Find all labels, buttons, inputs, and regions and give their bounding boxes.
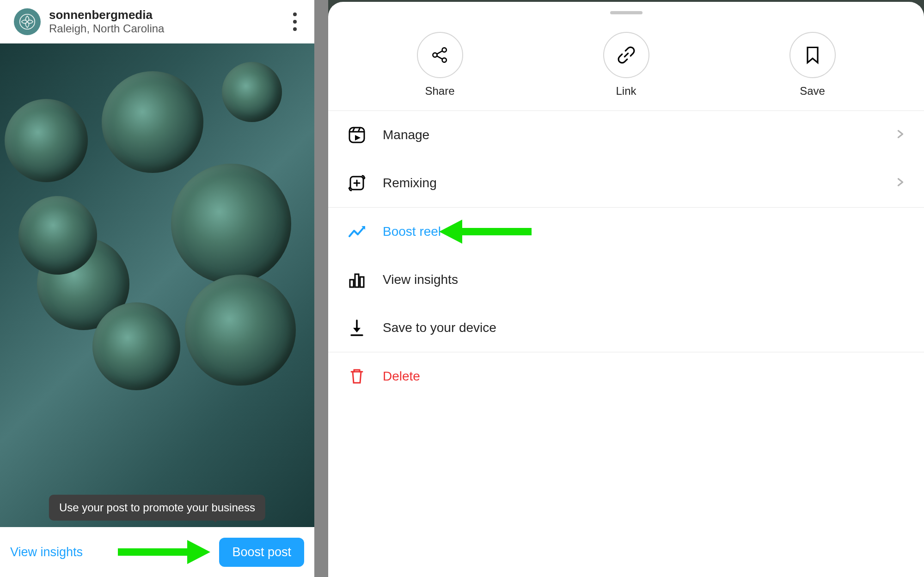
manage-label: Manage: [383, 128, 880, 142]
save-device-item[interactable]: Save to your device: [328, 304, 924, 352]
boost-reel-item[interactable]: Boost reel: [328, 208, 924, 256]
svg-rect-1: [118, 548, 190, 556]
svg-marker-25: [353, 328, 361, 332]
link-icon: [603, 32, 649, 78]
insights-icon: [347, 270, 367, 290]
image-decor: [5, 99, 88, 182]
svg-line-7: [436, 56, 442, 59]
download-icon: [347, 318, 367, 338]
svg-marker-12: [355, 135, 361, 141]
post-footer: View insights Boost post: [0, 527, 314, 577]
svg-point-3: [433, 53, 437, 57]
boost-post-button[interactable]: Boost post: [219, 538, 304, 567]
boost-tooltip: Use your post to promote your business: [49, 495, 265, 521]
bottom-sheet: Share Link Save Manage: [328, 2, 924, 577]
avatar-logo-icon: [19, 13, 36, 30]
header-text: sonnenbergmedia Raleigh, North Carolina: [49, 8, 277, 35]
svg-point-5: [442, 58, 446, 62]
more-options-button[interactable]: [286, 10, 304, 33]
share-action[interactable]: Share: [408, 32, 472, 98]
menu-list: Manage Remixing Boost reel: [328, 111, 924, 400]
view-insights-label: View insights: [383, 272, 906, 287]
delete-label: Delete: [383, 369, 906, 384]
image-decor: [171, 164, 291, 284]
post-view: sonnenbergmedia Raleigh, North Carolina …: [0, 0, 314, 577]
link-label: Link: [616, 85, 636, 98]
svg-line-6: [436, 51, 442, 54]
annotation-arrow-icon: [118, 540, 210, 564]
image-decor: [92, 302, 180, 390]
image-decor: [222, 62, 282, 122]
avatar[interactable]: [14, 8, 41, 35]
location[interactable]: Raleigh, North Carolina: [49, 22, 277, 35]
svg-rect-21: [350, 280, 354, 287]
save-label: Save: [800, 85, 825, 98]
save-device-label: Save to your device: [383, 320, 906, 335]
trend-up-icon: [347, 221, 367, 242]
svg-rect-23: [360, 277, 364, 287]
screenshot-divider: [314, 0, 328, 577]
remixing-item[interactable]: Remixing: [328, 159, 924, 207]
save-action[interactable]: Save: [780, 32, 845, 98]
reel-manage-icon: [347, 125, 367, 145]
boost-reel-label: Boost reel: [383, 224, 906, 239]
view-insights-link[interactable]: View insights: [10, 545, 83, 559]
username[interactable]: sonnenbergmedia: [49, 8, 277, 22]
manage-item[interactable]: Manage: [328, 111, 924, 159]
svg-rect-8: [349, 128, 364, 142]
action-row: Share Link Save: [328, 19, 924, 110]
delete-item[interactable]: Delete: [328, 352, 924, 400]
svg-point-4: [442, 48, 446, 52]
reel-options-view: Share Link Save Manage: [328, 0, 924, 577]
svg-marker-2: [187, 540, 210, 564]
chevron-right-icon: [895, 177, 906, 189]
sheet-grabber[interactable]: [610, 11, 643, 14]
image-decor: [102, 71, 203, 173]
remixing-label: Remixing: [383, 176, 880, 190]
bookmark-icon: [789, 32, 836, 78]
link-action[interactable]: Link: [594, 32, 659, 98]
image-decor: [185, 275, 296, 386]
post-header: sonnenbergmedia Raleigh, North Carolina: [0, 0, 314, 43]
share-label: Share: [425, 85, 454, 98]
post-image[interactable]: Use your post to promote your business: [0, 43, 314, 527]
remix-icon: [347, 173, 367, 193]
chevron-right-icon: [895, 129, 906, 141]
dot-icon: [293, 27, 297, 31]
dot-icon: [293, 12, 297, 16]
svg-rect-22: [355, 274, 359, 287]
dot-icon: [293, 20, 297, 24]
trash-icon: [347, 366, 367, 387]
share-icon: [417, 32, 463, 78]
view-insights-item[interactable]: View insights: [328, 256, 924, 304]
